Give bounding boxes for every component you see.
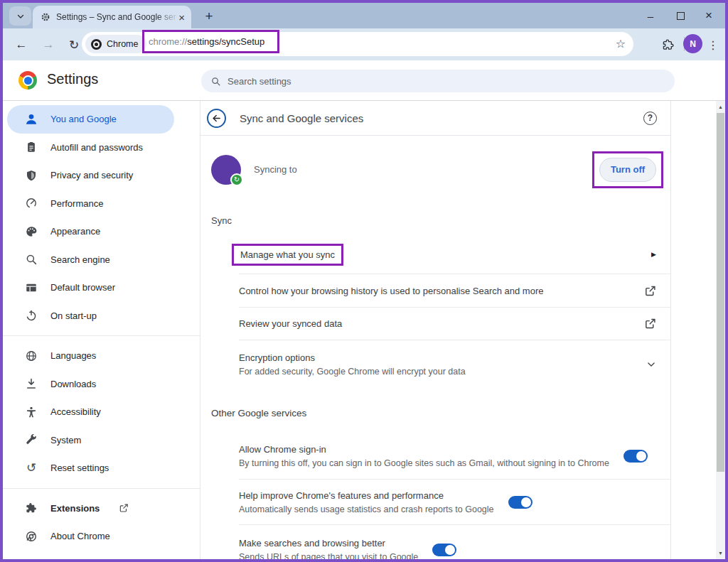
search-icon <box>24 252 38 266</box>
speedometer-icon <box>24 196 38 210</box>
chrome-logo-icon <box>91 39 102 50</box>
maximize-icon <box>677 12 685 20</box>
back-button[interactable]: ← <box>11 35 31 55</box>
browsing-history-row[interactable]: Control how your browsing history is use… <box>239 274 670 308</box>
toggle-knob <box>521 497 531 507</box>
scroll-down-icon[interactable]: ▼ <box>716 549 725 558</box>
address-bar[interactable]: Chrome chrome://settings/syncSetup ☆ <box>82 32 633 56</box>
browser-toolbar: ← → ↻ Chrome chrome://settings/syncSetup… <box>3 28 725 60</box>
sidebar-item-autofill[interactable]: Autofill and passwords <box>3 134 200 162</box>
manage-sync-row[interactable]: Manage what you sync ▶ <box>239 235 670 274</box>
settings-body: You and Google Autofill and passwords Pr… <box>3 101 725 559</box>
chrome-outline-icon <box>24 529 38 544</box>
turn-off-highlight-annotation: Turn off <box>592 151 663 188</box>
chrome-settings-logo-icon <box>18 71 37 90</box>
sync-section-title: Sync <box>200 203 670 235</box>
sidebar-item-privacy[interactable]: Privacy and security <box>3 161 200 190</box>
accessibility-icon <box>24 405 38 419</box>
gear-icon <box>41 12 50 22</box>
sidebar-item-on-startup[interactable]: On start-up <box>3 302 200 330</box>
external-link-icon <box>644 285 656 297</box>
scrollbar-thumb[interactable] <box>717 113 724 472</box>
sync-settings-card: Sync and Google services ? ↻ Syncing to … <box>200 101 671 559</box>
manage-sync-highlight-annotation: Manage what you sync <box>232 244 343 266</box>
external-link-icon <box>119 503 129 513</box>
puzzle-icon <box>662 38 675 51</box>
new-tab-button[interactable]: + <box>200 7 218 26</box>
sidebar-divider <box>3 335 200 336</box>
page-title: Sync and Google services <box>240 112 363 124</box>
url-highlight-annotation: chrome://settings/syncSetup <box>142 30 279 53</box>
allow-signin-toggle[interactable] <box>623 450 648 463</box>
url-text[interactable]: chrome://settings/syncSetup <box>149 36 264 47</box>
allow-signin-row: Allow Chrome sign-in By turning this off… <box>239 433 670 480</box>
person-icon <box>24 112 38 126</box>
minimize-button[interactable]: – <box>636 3 665 28</box>
maximize-button[interactable] <box>665 3 695 28</box>
browser-window-icon <box>24 281 38 295</box>
wrench-icon <box>24 433 38 447</box>
review-synced-data-row[interactable]: Review your synced data <box>239 308 670 340</box>
settings-header: Settings Search settings <box>3 60 725 101</box>
puzzle-icon <box>24 501 38 515</box>
shield-icon <box>24 168 38 183</box>
browser-menu-button[interactable]: ⋮ <box>704 35 722 55</box>
browser-window: Settings – Sync and Google ser × + – × ←… <box>0 0 728 562</box>
back-to-settings-button[interactable] <box>207 109 226 128</box>
account-avatar: ↻ <box>211 155 241 185</box>
sidebar-item-languages[interactable]: Languages <box>3 342 200 370</box>
settings-sidebar: You and Google Autofill and passwords Pr… <box>3 101 200 559</box>
toggle-knob <box>445 545 455 555</box>
sidebar-item-default-browser[interactable]: Default browser <box>3 274 200 302</box>
sidebar-item-about-chrome[interactable]: About Chrome <box>3 522 200 551</box>
chevron-down-icon <box>16 12 25 21</box>
reload-button[interactable]: ↻ <box>64 35 84 55</box>
sidebar-item-system[interactable]: System <box>3 426 200 455</box>
profile-avatar[interactable]: N <box>683 34 702 53</box>
sidebar-item-appearance[interactable]: Appearance <box>3 217 200 246</box>
improve-chrome-toggle[interactable] <box>508 496 532 509</box>
help-button[interactable]: ? <box>643 112 657 125</box>
improve-chrome-row: Help improve Chrome's features and perfo… <box>239 480 670 525</box>
download-icon <box>24 377 38 391</box>
encryption-options-row[interactable]: Encryption options For added security, G… <box>239 340 670 388</box>
settings-search-placeholder: Search settings <box>228 76 291 87</box>
turn-off-button[interactable]: Turn off <box>599 158 656 182</box>
external-link-icon <box>644 318 656 330</box>
sync-account-row: ↻ Syncing to Turn off <box>200 136 670 203</box>
tab-strip: Settings – Sync and Google ser × + – × <box>3 3 725 28</box>
sync-status-text: Syncing to <box>254 164 297 175</box>
search-icon <box>210 76 221 87</box>
sidebar-item-accessibility[interactable]: Accessibility <box>3 398 200 426</box>
chevron-down-icon <box>646 360 656 369</box>
clipboard-icon <box>24 140 38 154</box>
scrollbar[interactable]: ▲ ▼ <box>716 101 725 559</box>
settings-search-input[interactable]: Search settings <box>201 70 675 92</box>
sync-badge-icon: ↻ <box>230 173 243 186</box>
tab-search-button[interactable] <box>9 6 31 26</box>
sidebar-item-reset[interactable]: ↺ Reset settings <box>3 454 200 482</box>
other-services-section-title: Other Google services <box>200 388 670 433</box>
sidebar-item-you-and-google[interactable]: You and Google <box>7 105 174 134</box>
power-icon <box>24 308 38 323</box>
tab-settings[interactable]: Settings – Sync and Google ser × <box>33 6 191 28</box>
sidebar-item-downloads[interactable]: Downloads <box>3 370 200 399</box>
extensions-button[interactable] <box>658 35 678 55</box>
better-search-row: Make searches and browsing better Sends … <box>239 525 670 559</box>
site-info-chip[interactable]: Chrome <box>85 35 146 53</box>
sidebar-item-extensions[interactable]: Extensions <box>3 495 200 523</box>
page-header: Sync and Google services ? <box>200 101 670 136</box>
scroll-up-icon[interactable]: ▲ <box>716 102 725 112</box>
palette-icon <box>24 225 38 239</box>
bookmark-star-icon[interactable]: ☆ <box>616 37 626 50</box>
sidebar-item-performance[interactable]: Performance <box>3 190 200 218</box>
tab-close-icon[interactable]: × <box>178 12 185 23</box>
window-close-button[interactable]: × <box>694 3 724 28</box>
settings-title: Settings <box>47 71 98 87</box>
forward-button[interactable]: → <box>38 35 58 55</box>
better-search-toggle[interactable] <box>432 544 456 556</box>
sidebar-item-search-engine[interactable]: Search engine <box>3 246 200 274</box>
tab-title: Settings – Sync and Google ser <box>56 12 178 22</box>
history-reset-icon: ↺ <box>24 461 38 475</box>
arrow-left-icon <box>211 113 222 124</box>
